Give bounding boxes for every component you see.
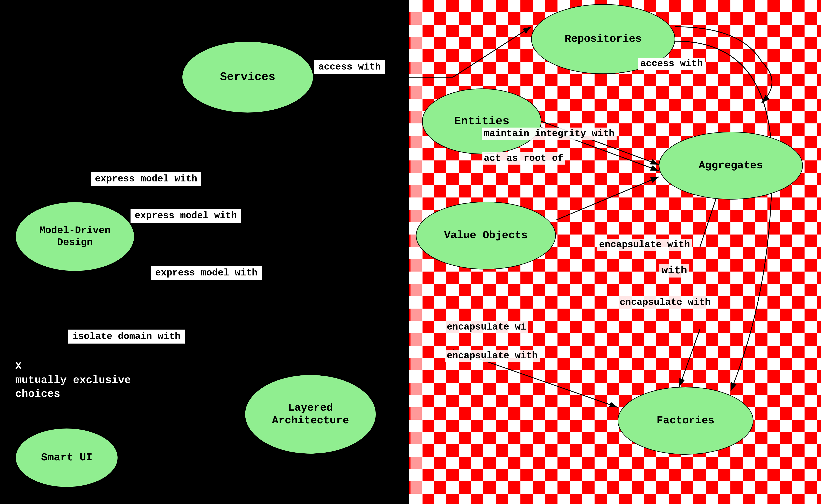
value-objects-node: Value Objects — [416, 202, 556, 269]
encapsulate-label-2: encapsulate with — [618, 296, 713, 309]
maintain-integrity-label: maintain integrity with — [482, 128, 617, 140]
factories-node: Factories — [618, 387, 754, 455]
encapsulate-label-1: encapsulate with — [597, 239, 692, 251]
model-driven-design-node: Model-DrivenDesign — [15, 202, 135, 272]
entities-node: Entities — [422, 88, 541, 154]
services-node: Services — [182, 41, 314, 113]
isolate-domain-label: isolate domain with — [68, 329, 185, 344]
layered-architecture-node: LayeredArchitecture — [245, 374, 376, 454]
border-strip — [410, 0, 423, 504]
aggregates-node: Aggregates — [659, 132, 803, 200]
encapsulate-label-4: encapsulate with — [445, 350, 540, 362]
act-as-root-label: act as root of — [482, 152, 565, 165]
smart-ui-node: Smart UI — [15, 428, 118, 488]
with-label: with — [660, 264, 689, 278]
access-with-label-1: access with — [314, 60, 385, 74]
express-model-label-3: express model with — [151, 266, 262, 280]
mutually-exclusive-label: Xmutually exclusivechoices — [15, 359, 131, 401]
access-with-label-2: access with — [638, 58, 705, 70]
express-model-label-2: express model with — [130, 208, 242, 223]
express-model-label-1: express model with — [90, 172, 202, 186]
encapsulate-label-3: encapsulate wi — [445, 321, 528, 333]
